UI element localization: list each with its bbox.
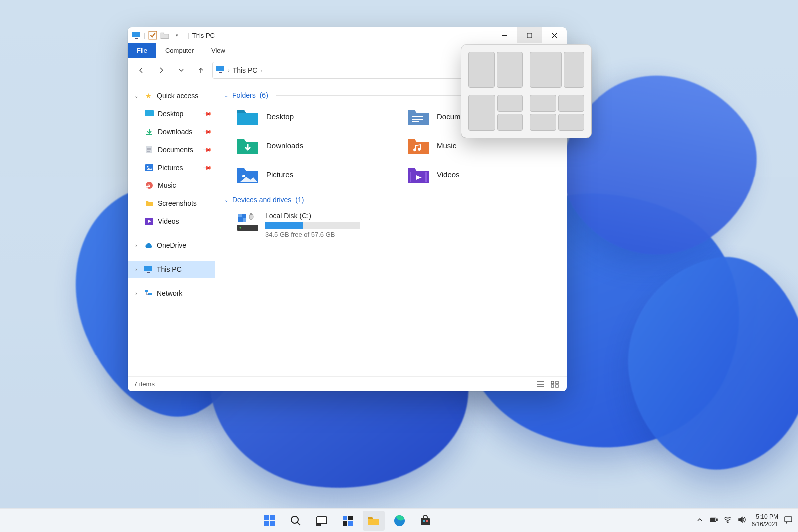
recent-dropdown-button[interactable]	[173, 62, 190, 79]
music-folder-icon	[407, 135, 430, 155]
folder-label: Pictures	[266, 170, 293, 178]
taskbar-time: 5:10 PM	[752, 513, 778, 520]
folder-label: Videos	[437, 170, 460, 178]
sidebar-item-pictures[interactable]: Pictures 📌	[128, 159, 215, 176]
sidebar-label: Pictures	[158, 164, 183, 172]
sidebar-item-videos[interactable]: Videos	[128, 213, 215, 230]
sidebar-item-this-pc[interactable]: › This PC	[128, 261, 215, 278]
svg-rect-43	[551, 385, 554, 387]
chevron-right-icon[interactable]: ›	[228, 67, 230, 73]
folder-desktop[interactable]: Desktop	[236, 106, 387, 126]
svg-rect-66	[785, 517, 792, 522]
svg-rect-64	[710, 518, 714, 521]
drive-free-text: 34.5 GB free of 57.6 GB	[265, 231, 360, 238]
divider	[312, 200, 558, 200]
folder-downloads[interactable]: Downloads	[236, 135, 387, 155]
up-button[interactable]	[193, 62, 209, 79]
tab-file[interactable]: File	[128, 43, 156, 58]
folder-pictures[interactable]: Pictures	[236, 164, 387, 184]
svg-rect-54	[343, 516, 347, 520]
snap-layout-three-column[interactable]	[468, 95, 523, 131]
close-button[interactable]	[542, 27, 567, 43]
volume-icon[interactable]	[738, 516, 746, 525]
sidebar-label: Network	[157, 289, 182, 297]
minimize-button[interactable]	[492, 27, 517, 43]
taskbar-center	[0, 511, 696, 531]
folder-label: Desktop	[266, 112, 294, 121]
folder-music[interactable]: Music	[407, 135, 558, 155]
start-button[interactable]	[259, 511, 281, 531]
svg-rect-57	[348, 521, 353, 526]
sidebar-item-onedrive[interactable]: › OneDrive	[128, 237, 215, 254]
snap-layouts-flyout	[461, 45, 591, 138]
wifi-icon[interactable]	[724, 516, 732, 525]
chevron-right-icon[interactable]: ›	[133, 267, 140, 272]
sidebar-label: This PC	[157, 265, 182, 273]
navigation-pane: ⌄ ★ Quick access Desktop 📌 Downloads 📌 D…	[128, 82, 215, 376]
titlebar[interactable]: | ▾ | This PC	[128, 27, 567, 43]
task-view-button[interactable]	[311, 511, 333, 531]
chevron-down-icon[interactable]: ⌄	[133, 93, 140, 99]
forward-button[interactable]	[153, 62, 170, 79]
svg-point-49	[291, 516, 298, 523]
notifications-button[interactable]	[784, 516, 792, 525]
sidebar-item-documents[interactable]: Documents 📌	[128, 141, 215, 158]
edge-taskbar-button[interactable]	[389, 511, 410, 531]
tab-computer[interactable]: Computer	[156, 43, 202, 58]
chevron-right-icon[interactable]: ›	[133, 291, 140, 296]
folder-icon[interactable]	[160, 31, 169, 39]
tray-overflow-button[interactable]	[696, 516, 704, 525]
svg-rect-60	[423, 520, 425, 522]
svg-rect-59	[421, 518, 430, 525]
svg-rect-30	[425, 172, 427, 182]
store-taskbar-button[interactable]	[414, 511, 436, 531]
monitor-icon[interactable]	[132, 31, 141, 39]
sidebar-item-network[interactable]: › Network	[128, 285, 215, 302]
videos-folder-icon	[407, 164, 430, 184]
taskbar-clock[interactable]: 5:10 PM 6/16/2021	[752, 513, 778, 528]
chevron-right-icon[interactable]: ›	[260, 67, 262, 73]
qat-dropdown-icon[interactable]: ▾	[172, 31, 181, 39]
svg-rect-47	[264, 521, 269, 526]
svg-rect-61	[426, 520, 428, 522]
sidebar-label: Documents	[158, 146, 193, 154]
details-view-button[interactable]	[535, 379, 547, 390]
maximize-button[interactable]	[517, 27, 542, 43]
group-header-drives[interactable]: ⌄ Devices and drives (1)	[224, 193, 558, 207]
drive-local-disk-c[interactable]: Local Disk (C:) 34.5 GB free of 57.6 GB	[224, 207, 558, 243]
svg-point-33	[240, 227, 241, 229]
sidebar-item-music[interactable]: Music	[128, 177, 215, 194]
large-icons-view-button[interactable]	[549, 379, 561, 390]
file-explorer-taskbar-button[interactable]	[363, 511, 385, 531]
chevron-down-icon[interactable]: ⌄	[224, 93, 228, 98]
svg-rect-0	[132, 32, 140, 37]
snap-layout-quad[interactable]	[530, 95, 584, 131]
monitor-icon	[216, 65, 225, 75]
tab-view[interactable]: View	[202, 43, 234, 58]
download-icon	[145, 127, 154, 136]
sidebar-item-quick-access[interactable]: ⌄ ★ Quick access	[128, 87, 215, 104]
sidebar-item-desktop[interactable]: Desktop 📌	[128, 105, 215, 122]
back-button[interactable]	[133, 62, 150, 79]
address-location[interactable]: This PC	[233, 66, 258, 74]
battery-icon[interactable]	[710, 516, 718, 525]
sidebar-item-screenshots[interactable]: Screenshots	[128, 195, 215, 212]
search-button[interactable]	[285, 511, 307, 531]
group-count: (6)	[260, 91, 268, 99]
widgets-button[interactable]	[337, 511, 359, 531]
sidebar-item-downloads[interactable]: Downloads 📌	[128, 123, 215, 140]
svg-rect-48	[270, 521, 275, 526]
folder-videos[interactable]: Videos	[407, 164, 558, 184]
svg-rect-53	[316, 524, 321, 526]
snap-layout-two-column[interactable]	[468, 52, 523, 88]
sidebar-label: Screenshots	[158, 199, 197, 207]
properties-check-icon[interactable]	[148, 31, 157, 39]
desktop-folder-icon	[236, 106, 259, 126]
pictures-folder-icon	[236, 164, 259, 184]
chevron-right-icon[interactable]: ›	[133, 243, 140, 248]
svg-line-50	[297, 522, 300, 525]
picture-icon	[145, 163, 154, 172]
snap-layout-two-column-wide-left[interactable]	[530, 52, 584, 88]
chevron-down-icon[interactable]: ⌄	[224, 197, 228, 203]
pin-icon: 📌	[202, 163, 212, 172]
